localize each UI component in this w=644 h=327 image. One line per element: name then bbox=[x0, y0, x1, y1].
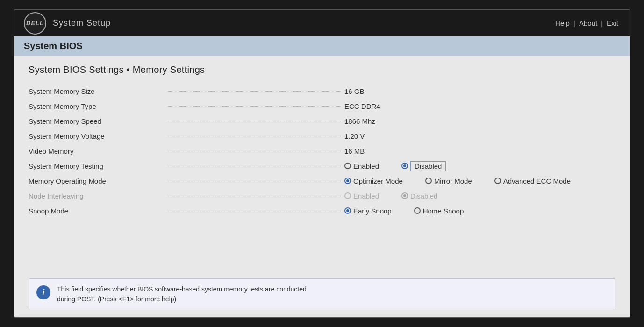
bios-title: System BIOS bbox=[24, 41, 83, 51]
setting-label-memory-speed: System Memory Speed bbox=[29, 117, 164, 125]
list-item: Video Memory 16 MB bbox=[29, 143, 615, 158]
list-item: System Memory Type ECC DDR4 bbox=[29, 99, 615, 114]
setting-value-memory-voltage: 1.20 V bbox=[344, 132, 615, 140]
setting-label-video-memory: Video Memory bbox=[29, 147, 164, 155]
setting-value-operating-mode: Optimizer Mode Mirror Mode Advanced ECC … bbox=[344, 177, 615, 185]
dotted-line bbox=[168, 151, 341, 151]
radio-option-node-disabled: Disabled bbox=[401, 192, 437, 200]
info-icon: i bbox=[36, 285, 50, 299]
info-text: This field specifies whether BIOS softwa… bbox=[57, 284, 307, 304]
nav-sep-2: | bbox=[601, 19, 603, 27]
radio-option-node-enabled: Enabled bbox=[344, 192, 379, 200]
list-item: Memory Operating Mode Optimizer Mode Mir… bbox=[29, 173, 615, 188]
setting-value-snoop-mode: Early Snoop Home Snoop bbox=[344, 207, 615, 215]
dotted-line bbox=[168, 181, 341, 181]
setting-value-memory-speed: 1866 Mhz bbox=[344, 117, 615, 125]
radio-option-mirror[interactable]: Mirror Mode bbox=[425, 177, 472, 185]
radio-circle-node-enabled bbox=[344, 192, 351, 199]
list-item: System Memory Size 16 GB bbox=[29, 84, 615, 99]
setting-label-memory-size: System Memory Size bbox=[29, 87, 164, 95]
radio-circle-mirror bbox=[425, 178, 432, 184]
bios-title-bar: System BIOS bbox=[14, 36, 630, 56]
video-memory-value: 16 MB bbox=[344, 147, 365, 155]
dotted-line bbox=[168, 196, 341, 196]
memory-size-value: 16 GB bbox=[344, 87, 365, 95]
header: DELL System Setup Help | About | Exit bbox=[14, 10, 630, 36]
radio-label-disabled-boxed: Disabled bbox=[410, 161, 446, 171]
radio-label-home-snoop: Home Snoop bbox=[423, 207, 464, 215]
radio-label-mirror: Mirror Mode bbox=[434, 177, 472, 185]
memory-voltage-value: 1.20 V bbox=[344, 132, 365, 140]
memory-speed-value: 1866 Mhz bbox=[344, 117, 375, 125]
radio-option-disabled[interactable]: Disabled bbox=[401, 161, 446, 171]
header-nav: Help | About | Exit bbox=[553, 18, 620, 28]
radio-circle-ecc bbox=[494, 178, 501, 184]
radio-circle-disabled-selected bbox=[401, 163, 408, 169]
info-footer: i This field specifies whether BIOS soft… bbox=[29, 278, 615, 310]
settings-list: System Memory Size 16 GB System Memory T… bbox=[29, 84, 615, 218]
about-nav-item[interactable]: About bbox=[577, 18, 599, 28]
setting-value-memory-testing: Enabled Disabled bbox=[344, 161, 615, 171]
radio-circle-early-snoop bbox=[344, 207, 351, 214]
setting-value-video-memory: 16 MB bbox=[344, 147, 615, 155]
dotted-line bbox=[168, 121, 341, 121]
radio-label-optimizer: Optimizer Mode bbox=[353, 177, 403, 185]
radio-option-ecc[interactable]: Advanced ECC Mode bbox=[494, 177, 571, 185]
radio-label-ecc: Advanced ECC Mode bbox=[503, 177, 571, 185]
setting-label-snoop-mode: Snoop Mode bbox=[29, 207, 164, 215]
list-item: System Memory Testing Enabled Disabled bbox=[29, 158, 615, 173]
dell-logo-text: DELL bbox=[26, 20, 44, 27]
dotted-line bbox=[168, 91, 341, 92]
header-title: System Setup bbox=[53, 18, 111, 28]
setting-label-memory-voltage: System Memory Voltage bbox=[29, 132, 164, 140]
nav-sep-1: | bbox=[573, 19, 575, 27]
setting-label-memory-testing: System Memory Testing bbox=[29, 162, 164, 170]
radio-option-optimizer[interactable]: Optimizer Mode bbox=[344, 177, 403, 185]
radio-option-home-snoop[interactable]: Home Snoop bbox=[414, 207, 464, 215]
dotted-line bbox=[168, 106, 341, 107]
exit-nav-item[interactable]: Exit bbox=[605, 18, 620, 28]
radio-label-node-enabled: Enabled bbox=[353, 192, 379, 200]
radio-option-enabled[interactable]: Enabled bbox=[344, 162, 379, 170]
info-line-2: during POST. (Press <F1> for more help) bbox=[57, 294, 307, 304]
dell-logo: DELL bbox=[24, 12, 46, 35]
memory-type-value: ECC DDR4 bbox=[344, 102, 380, 110]
radio-label-node-disabled: Disabled bbox=[410, 192, 437, 200]
setting-value-node-interleaving: Enabled Disabled bbox=[344, 192, 615, 200]
radio-circle-node-disabled bbox=[401, 192, 408, 199]
info-line-1: This field specifies whether BIOS softwa… bbox=[57, 284, 307, 294]
radio-label-early-snoop: Early Snoop bbox=[353, 207, 392, 215]
radio-circle-enabled bbox=[344, 163, 351, 169]
setting-value-memory-size: 16 GB bbox=[344, 87, 615, 95]
list-item: Node Interleaving Enabled Disabled bbox=[29, 188, 615, 203]
list-item: System Memory Speed 1866 Mhz bbox=[29, 114, 615, 128]
dotted-line bbox=[168, 211, 341, 211]
radio-circle-home-snoop bbox=[414, 207, 421, 214]
setting-value-memory-type: ECC DDR4 bbox=[344, 102, 615, 110]
radio-circle-optimizer bbox=[344, 178, 351, 184]
radio-label-enabled: Enabled bbox=[353, 162, 379, 170]
dotted-line bbox=[168, 136, 341, 136]
setting-label-operating-mode: Memory Operating Mode bbox=[29, 177, 164, 185]
list-item: System Memory Voltage 1.20 V bbox=[29, 128, 615, 143]
page-title: System BIOS Settings • Memory Settings bbox=[29, 64, 615, 75]
setting-label-memory-type: System Memory Type bbox=[29, 102, 164, 110]
setting-label-node-interleaving: Node Interleaving bbox=[29, 192, 164, 200]
main-content: System BIOS Settings • Memory Settings S… bbox=[14, 56, 630, 317]
dotted-line bbox=[168, 166, 341, 166]
help-nav-item[interactable]: Help bbox=[553, 18, 572, 28]
radio-option-early-snoop[interactable]: Early Snoop bbox=[344, 207, 392, 215]
list-item: Snoop Mode Early Snoop Home Snoop bbox=[29, 203, 615, 218]
header-left: DELL System Setup bbox=[24, 12, 111, 35]
